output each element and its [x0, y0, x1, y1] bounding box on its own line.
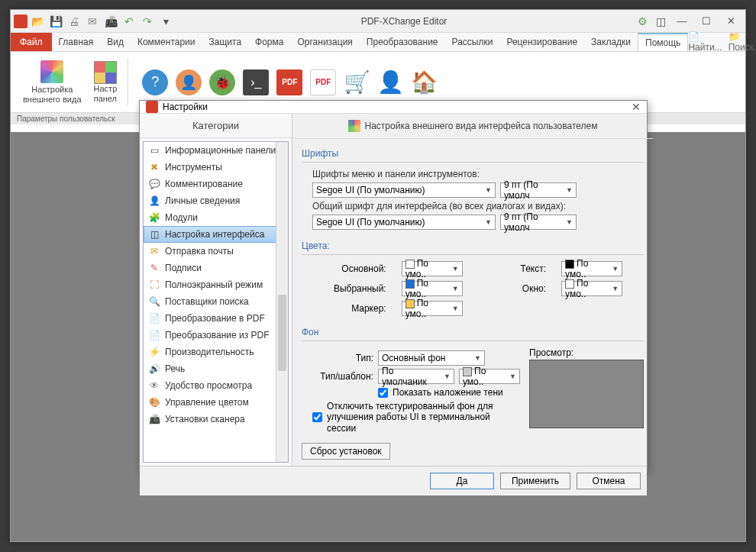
dialog-close-icon[interactable]: ✕	[632, 101, 641, 113]
save-icon[interactable]: 💾	[47, 13, 64, 30]
reset-button[interactable]: Сброс установок	[302, 443, 390, 460]
menu-size-combo[interactable]: 9 пт (По умолч▼	[500, 182, 577, 198]
ribbon-customize-panels[interactable]: Настр панел	[88, 55, 124, 109]
dialog-body: Категории ▭Информационные панели до ✖Инс…	[140, 114, 647, 466]
cancel-button[interactable]: Отмена	[577, 473, 641, 489]
cat-signatures[interactable]: ✎Подписи	[144, 260, 288, 276]
find-icon[interactable]: 📄 Найти...	[688, 31, 722, 53]
text-color-combo[interactable]: По умо..▼	[561, 261, 622, 276]
help-question-icon[interactable]: ?	[142, 69, 168, 95]
textured-label: Отключить текстурированный фон для улучш…	[327, 401, 520, 434]
to-pdf-icon: 📄	[148, 312, 160, 324]
tab-form[interactable]: Форма	[248, 33, 290, 51]
menu-font-combo[interactable]: Segoe UI (По умолчанию)▼	[312, 182, 496, 198]
identity-icon: 👤	[148, 195, 160, 207]
preview-label: Просмотр:	[529, 347, 644, 358]
comment-icon: 💬	[148, 178, 160, 190]
plugin-icon: 🧩	[148, 211, 160, 224]
options-icon[interactable]: ⚙	[634, 13, 651, 30]
tab-home[interactable]: Главная	[52, 33, 101, 51]
terminal-icon[interactable]: ›_	[243, 69, 269, 95]
window-color-combo[interactable]: По умо..▼	[561, 281, 622, 296]
cat-identity[interactable]: 👤Личные сведения	[144, 192, 288, 209]
undo-icon[interactable]: ↶	[121, 13, 137, 30]
scan-icon[interactable]: 📠	[102, 13, 119, 30]
tab-help[interactable]: Помощь	[638, 33, 688, 51]
cat-scanner[interactable]: 📠Установки сканера	[144, 411, 288, 428]
cat-plugins[interactable]: 🧩Модули	[144, 209, 288, 226]
maximize-button[interactable]: ☐	[695, 13, 718, 30]
cat-fullscreen[interactable]: ⛶Полноэкранный режим	[144, 276, 288, 293]
cart-icon[interactable]: 🛒	[344, 69, 370, 95]
home-icon[interactable]: 🏠	[411, 69, 437, 95]
bg-type-combo[interactable]: Основный фон▼	[378, 350, 485, 366]
pdf-red-icon[interactable]: PDF	[276, 69, 302, 95]
close-button[interactable]: ✕	[719, 13, 742, 30]
cat-ui-customize[interactable]: ◫Настройка интерфейса	[144, 226, 288, 243]
open-icon[interactable]: 📂	[29, 13, 46, 30]
tab-mailings[interactable]: Рассылки	[445, 33, 500, 51]
search-icon[interactable]: 📁 Поиск...	[729, 31, 756, 53]
pdf-white-icon[interactable]: PDF	[310, 69, 336, 95]
tab-review[interactable]: Рецензирование	[499, 33, 584, 51]
cat-tools[interactable]: ✖Инструменты	[144, 159, 288, 176]
color-mgmt-icon: 🎨	[148, 396, 160, 408]
ok-button[interactable]: Да	[430, 473, 494, 489]
bg-pattern-combo[interactable]: По умолчаник▼	[378, 369, 454, 384]
email-icon[interactable]: ✉	[84, 13, 101, 30]
tab-bookmarks[interactable]: Закладки	[584, 33, 638, 51]
tab-comments[interactable]: Комментарии	[131, 33, 202, 51]
apply-button[interactable]: Применить	[500, 473, 570, 489]
bug-icon[interactable]: 🐞	[209, 69, 235, 95]
categories-header: Категории	[140, 114, 292, 138]
cat-convert-to-pdf[interactable]: 📄Преобразование в PDF	[144, 310, 288, 327]
ribbon-customize-ui[interactable]: Настройка внешнего вида	[17, 55, 88, 109]
tab-organize[interactable]: Организация	[290, 33, 359, 51]
grid-icon	[94, 61, 117, 84]
tools-icon: ✖	[148, 161, 160, 173]
print-icon[interactable]: 🖨	[66, 13, 82, 30]
menu-font-label: Шрифты меню и панели инструментов:	[312, 169, 480, 179]
content-header: Настройка внешнего вида интерфейса польз…	[292, 114, 653, 139]
cat-color-mgmt[interactable]: 🎨Управление цветом	[144, 394, 288, 411]
main-color-combo[interactable]: По умо..▼	[402, 261, 463, 276]
cat-email[interactable]: ✉Отправка почты	[144, 243, 288, 260]
redo-icon[interactable]: ↷	[139, 13, 156, 30]
shadow-checkbox[interactable]	[378, 388, 388, 398]
app-icon[interactable]	[14, 15, 27, 28]
bg-pattern-label: Тип/шаблон:	[312, 371, 373, 382]
ui-font-label: Общий шрифт для интерфейса (во всех диал…	[312, 201, 566, 211]
from-pdf-icon: 📄	[148, 329, 160, 341]
tab-view[interactable]: Вид	[100, 33, 131, 51]
support-icon[interactable]: 👤	[176, 69, 202, 95]
textured-checkbox[interactable]	[312, 412, 322, 422]
ui-font-combo[interactable]: Segoe UI (По умолчанию)▼	[312, 215, 496, 230]
chevron-down-icon[interactable]: ▾	[157, 13, 174, 30]
preview-box	[529, 360, 644, 428]
email-icon: ✉	[148, 245, 160, 257]
file-tab[interactable]: Файл	[11, 33, 52, 51]
cat-info-panels[interactable]: ▭Информационные панели до	[144, 142, 288, 159]
cat-search-providers[interactable]: 🔍Поставщики поиска	[144, 293, 288, 310]
cat-convert-from-pdf[interactable]: 📄Преобразование из PDF	[144, 327, 288, 344]
cat-commenting[interactable]: 💬Комментирование	[144, 176, 288, 192]
window-color-label: Окно:	[499, 283, 546, 294]
selected-color-combo[interactable]: По умо..▼	[402, 281, 463, 296]
cat-speech[interactable]: 🔊Речь	[144, 360, 288, 377]
user-add-icon[interactable]: 👤	[377, 69, 403, 95]
content-scroll: Шрифты Шрифты меню и панели инструментов…	[292, 139, 653, 466]
scrollbar-thumb[interactable]	[278, 295, 286, 371]
bg-pattern-color-combo[interactable]: По умо..▼	[459, 369, 520, 384]
ui-size-combo[interactable]: 9 пт (По умолч▼	[500, 215, 577, 230]
cat-performance[interactable]: ⚡Производительность	[144, 344, 288, 360]
tab-convert[interactable]: Преобразование	[360, 33, 445, 51]
minimize-button[interactable]: —	[670, 13, 693, 30]
scanner-icon: 📠	[148, 413, 160, 425]
cat-accessibility[interactable]: 👁Удобство просмотра	[144, 377, 288, 394]
text-color-label: Текст:	[499, 263, 546, 274]
help-toggle-icon[interactable]: ◫	[652, 13, 669, 30]
categories-scrollbar[interactable]	[276, 142, 288, 462]
tab-protect[interactable]: Защита	[202, 33, 249, 51]
title-bar: 📂 💾 🖨 ✉ 📠 ↶ ↷ ▾ PDF-XChange Editor ⚙ ◫ —…	[11, 10, 745, 33]
marker-color-combo[interactable]: По умо..▼	[402, 301, 463, 316]
